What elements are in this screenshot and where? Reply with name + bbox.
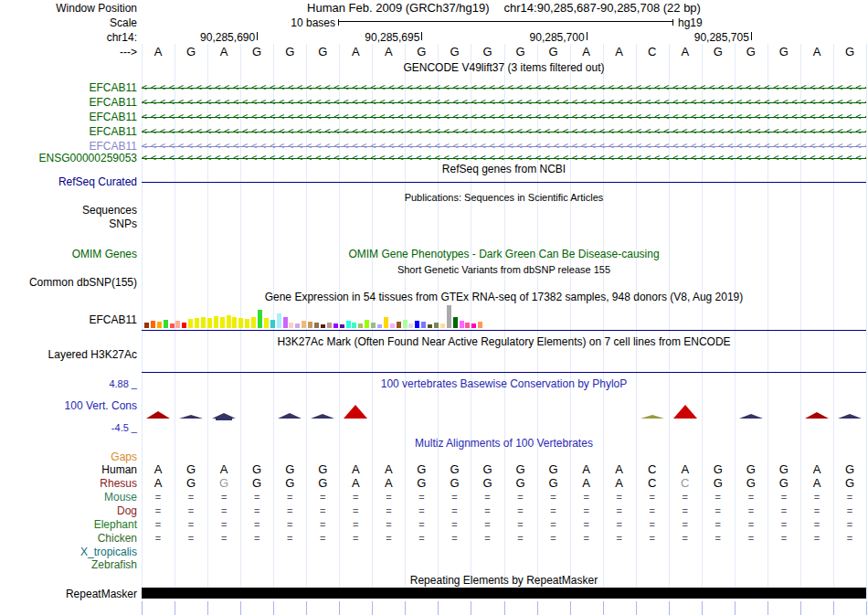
- gtex-tissue-bar: [175, 321, 180, 328]
- alignment-gap-glyph: =: [702, 491, 735, 504]
- refseq-track-title[interactable]: RefSeq genes from NCBI: [142, 163, 866, 175]
- gtex-tissue-bar: [314, 323, 319, 328]
- base-letter: A: [570, 463, 603, 476]
- alignment-gap-glyph: =: [273, 504, 306, 517]
- conservation-track-title[interactable]: 100 vertebrates Basewise Conservation by…: [142, 377, 866, 390]
- alignment-gap-glyph: =: [735, 504, 767, 517]
- multiz-track-title[interactable]: Multiz Alignments of 100 Vertebrates: [142, 437, 866, 450]
- alignment-gap-glyph: =: [207, 491, 240, 504]
- base-letter: G: [504, 46, 537, 58]
- gene-label[interactable]: EFCAB11: [0, 140, 137, 153]
- track-separator-line: [142, 372, 866, 373]
- alignment-gap-glyph: =: [471, 491, 503, 504]
- alignment-gap-glyph: =: [405, 504, 438, 517]
- gene-label[interactable]: EFCAB11: [0, 125, 137, 138]
- alignment-gap-glyph: =: [833, 491, 866, 504]
- gene-label[interactable]: EFCAB11: [0, 81, 137, 94]
- base-letter: G: [207, 477, 240, 490]
- gtex-tissue-bar: [251, 317, 256, 328]
- track-separator-line: [142, 330, 866, 331]
- species-label-zebrafish[interactable]: Zebrafish: [0, 558, 137, 571]
- base-position-guide: [800, 601, 801, 615]
- omim-genes-label[interactable]: OMIM Genes: [0, 248, 137, 260]
- base-letter: G: [273, 463, 306, 476]
- alignment-gap-glyph: =: [438, 504, 471, 517]
- conservation-peak: [311, 414, 334, 419]
- base-letter: G: [438, 477, 471, 490]
- alignment-gaps-row-mouse: ======================: [142, 491, 866, 504]
- gtex-tissue-bar: [238, 318, 243, 328]
- alignment-gap-glyph: =: [372, 532, 405, 545]
- species-label-elephant[interactable]: Elephant: [0, 518, 137, 531]
- refseq-curated-label[interactable]: RefSeq Curated: [0, 175, 137, 188]
- dbsnp-track-title[interactable]: Short Genetic Variants from dbSNP releas…: [142, 263, 866, 276]
- species-label-human[interactable]: Human: [0, 463, 137, 476]
- species-label-rhesus[interactable]: Rhesus: [0, 477, 137, 490]
- alignment-gap-glyph: =: [570, 504, 603, 517]
- alignment-gap-glyph: =: [603, 518, 636, 531]
- h3k27ac-track-label[interactable]: Layered H3K27Ac: [0, 348, 137, 361]
- base-letter: A: [142, 477, 175, 490]
- gene-track-row[interactable]: <<<<<<<<<<<<<<<<<<<<<<<<<<<<<<<<<<<<<<<<…: [142, 81, 866, 94]
- species-label-gaps[interactable]: Gaps: [0, 451, 137, 463]
- alignment-gap-glyph: =: [372, 518, 405, 531]
- species-label-dog[interactable]: Dog: [0, 504, 137, 517]
- window-position-label: Window Position: [0, 2, 137, 15]
- species-label-mouse[interactable]: Mouse: [0, 491, 137, 504]
- gene-track-row[interactable]: <<<<<<<<<<<<<<<<<<<<<<<<<<<<<<<<<<<<<<<<…: [142, 125, 866, 138]
- alignment-gap-glyph: =: [339, 491, 372, 504]
- gtex-tissue-bar: [346, 321, 351, 328]
- repeatmasker-track-title[interactable]: Repeating Elements by RepeatMasker: [142, 574, 866, 587]
- alignment-gap-glyph: =: [603, 532, 636, 545]
- alignment-gap-glyph: =: [175, 532, 207, 545]
- gtex-tissue-bar: [283, 317, 288, 328]
- gtex-tissue-bar: [201, 317, 206, 328]
- gtex-track-title[interactable]: Gene Expression in 54 tissues from GTEx …: [142, 291, 866, 303]
- gtex-tissue-bar: [447, 305, 451, 328]
- conservation-peak: [739, 414, 763, 419]
- gene-label[interactable]: EFCAB11: [0, 96, 137, 109]
- gene-track-row[interactable]: <<<<<<<<<<<<<<<<<<<<<<<<<<<<<<<<<<<<<<<<…: [142, 96, 866, 109]
- gencode-track-title[interactable]: GENCODE V49lift37 (3 items filtered out): [142, 61, 866, 74]
- base-letter: G: [504, 477, 537, 490]
- repeatmasker-track[interactable]: [142, 588, 866, 599]
- alignment-gap-glyph: =: [471, 532, 503, 545]
- base-letter: G: [306, 463, 339, 476]
- alignment-gap-glyph: =: [471, 518, 503, 531]
- gtex-tissue-bar: [207, 318, 212, 328]
- gene-label[interactable]: EFCAB11: [0, 111, 137, 123]
- gtex-tissue-bar: [327, 323, 332, 328]
- alignment-gap-glyph: =: [702, 504, 735, 517]
- conservation-peak: [344, 405, 367, 419]
- alignment-gap-glyph: =: [570, 532, 603, 545]
- alignment-gap-glyph: =: [669, 504, 702, 517]
- base-position-guide: [669, 601, 670, 615]
- species-label-x_tropicalis[interactable]: X_tropicalis: [0, 546, 137, 558]
- gene-track-row[interactable]: <<<<<<<<<<<<<<<<<<<<<<<<<<<<<<<<<<<<<<<<…: [142, 152, 866, 164]
- gene-track-row[interactable]: <<<<<<<<<<<<<<<<<<<<<<<<<<<<<<<<<<<<<<<<…: [142, 140, 866, 153]
- repeatmasker-track-label[interactable]: RepeatMasker: [0, 588, 137, 600]
- conservation-track-label[interactable]: 100 Vert. Cons: [0, 399, 137, 412]
- gene-track-row[interactable]: <<<<<<<<<<<<<<<<<<<<<<<<<<<<<<<<<<<<<<<<…: [142, 111, 866, 123]
- sequence-bases: AGAGGGAAGGGGGAACAGGGAG: [142, 46, 866, 58]
- alignment-gap-glyph: =: [142, 491, 175, 504]
- scale-bar: [338, 19, 673, 26]
- gtex-tissue-bar: [188, 319, 193, 328]
- omim-track-title[interactable]: OMIM Gene Phenotypes - Dark Green Can Be…: [142, 248, 866, 260]
- gtex-tissue-bar: [164, 320, 168, 328]
- base-letter: C: [636, 477, 669, 490]
- gtex-gene-label[interactable]: EFCAB11: [0, 313, 137, 326]
- refseq-curated-track[interactable]: [142, 182, 866, 183]
- snps-track-label[interactable]: SNPs: [0, 217, 137, 230]
- gene-label[interactable]: ENSG00000259053: [0, 152, 137, 164]
- h3k27ac-track-title[interactable]: H3K27Ac Mark (Often Found Near Active Re…: [142, 335, 866, 348]
- base-position-guide: [438, 601, 439, 615]
- gtex-tissue-bar: [182, 323, 186, 328]
- publications-track-title[interactable]: Publications: Sequences in Scientific Ar…: [142, 191, 866, 204]
- base-letter: G: [702, 463, 735, 476]
- species-label-chicken[interactable]: Chicken: [0, 532, 137, 545]
- dbsnp-track-label[interactable]: Common dbSNP(155): [0, 276, 137, 289]
- alignment-gap-glyph: =: [669, 491, 702, 504]
- base-letter: A: [800, 46, 833, 58]
- sequences-track-label[interactable]: Sequences: [0, 204, 137, 217]
